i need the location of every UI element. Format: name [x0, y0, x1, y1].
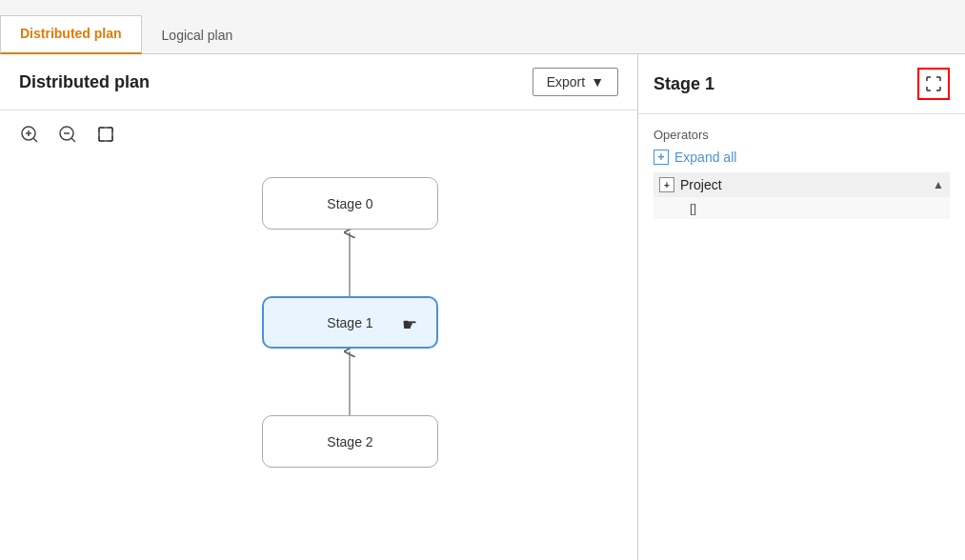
- zoom-in-button[interactable]: [15, 120, 44, 149]
- project-expand-icon: +: [659, 177, 674, 192]
- stage-node-2[interactable]: Stage 2: [262, 415, 438, 468]
- project-sub-item: []: [653, 197, 950, 219]
- zoom-out-button[interactable]: [53, 120, 82, 149]
- project-row[interactable]: + Project ▲: [653, 172, 950, 197]
- fit-view-icon: [96, 125, 115, 144]
- stage-node-1[interactable]: Stage 1 ☛: [262, 296, 438, 349]
- export-button[interactable]: Export ▼: [533, 68, 618, 96]
- zoom-out-icon: [58, 125, 77, 144]
- expand-all-row[interactable]: + Expand all: [653, 150, 950, 165]
- stage-node-2-label: Stage 2: [327, 434, 372, 450]
- project-sub-label: []: [690, 201, 696, 215]
- cursor-icon: ☛: [402, 314, 417, 335]
- tab-distributed[interactable]: Distributed plan: [0, 15, 142, 54]
- fullscreen-button[interactable]: [917, 68, 950, 100]
- export-chevron-icon: ▼: [591, 74, 604, 90]
- stage-node-0-label: Stage 0: [327, 196, 372, 211]
- chevron-up-icon: ▲: [933, 178, 944, 191]
- canvas-toolbar: [0, 110, 637, 158]
- tab-logical[interactable]: Logical plan: [142, 17, 253, 54]
- fit-view-button[interactable]: [91, 120, 120, 149]
- main-layout: Distributed plan Export ▼: [0, 54, 965, 560]
- right-panel: Stage 1 Operators + Expand all + Proje: [638, 54, 965, 560]
- left-header: Distributed plan Export ▼: [0, 54, 637, 110]
- export-label: Export: [547, 74, 585, 90]
- left-panel-title: Distributed plan: [19, 72, 150, 92]
- operators-label: Operators: [653, 128, 950, 142]
- svg-line-6: [71, 138, 75, 142]
- right-panel-title: Stage 1: [653, 74, 714, 94]
- expand-all-icon: +: [653, 150, 669, 165]
- zoom-in-icon: [20, 125, 39, 144]
- svg-line-3: [33, 138, 37, 142]
- canvas-area: Stage 0 Stage 1 ☛ Stage 2: [0, 158, 637, 560]
- right-content: Operators + Expand all + Project ▲ []: [638, 114, 965, 232]
- expand-all-label: Expand all: [674, 150, 736, 165]
- stage-node-0[interactable]: Stage 0: [262, 177, 438, 230]
- project-label: Project: [680, 177, 927, 192]
- right-header: Stage 1: [638, 54, 965, 114]
- tabs-bar: Distributed plan Logical plan: [0, 0, 965, 54]
- svg-rect-7: [99, 128, 112, 141]
- fullscreen-icon: [926, 76, 941, 91]
- stage-node-1-label: Stage 1: [327, 315, 372, 330]
- left-panel: Distributed plan Export ▼: [0, 54, 638, 560]
